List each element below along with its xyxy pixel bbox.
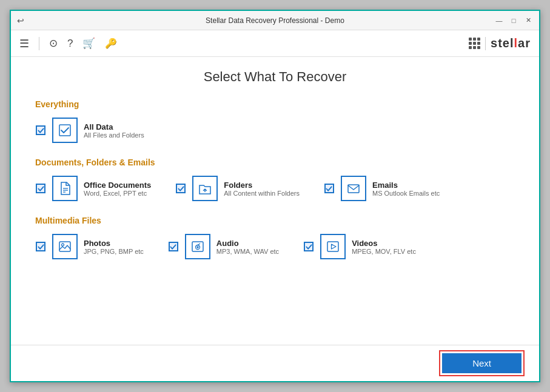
brand-logo: stellar (491, 36, 531, 50)
checkbox-videos[interactable] (303, 241, 314, 252)
toolbar-right: stellar (469, 36, 531, 50)
videos-text: Videos MPEG, MOV, FLV etc (352, 239, 416, 255)
undo-icon: ↩ (17, 16, 24, 25)
section-multimedia: Multimedia Files (35, 216, 515, 259)
section-multimedia-items: Photos JPG, PNG, BMP etc (35, 234, 515, 259)
maximize-button[interactable]: □ (509, 16, 518, 25)
section-title-everything: Everything (35, 99, 515, 109)
emails-label: Emails (372, 181, 440, 190)
videos-sub: MPEG, MOV, FLV etc (352, 248, 416, 255)
window-controls: — □ ✕ (494, 16, 533, 25)
item-photos[interactable]: Photos JPG, PNG, BMP etc (35, 234, 144, 259)
audio-text: Audio MP3, WMA, WAV etc (216, 239, 279, 255)
checkbox-audio[interactable] (168, 241, 179, 252)
emails-icon (341, 176, 366, 201)
section-title-multimedia: Multimedia Files (35, 216, 515, 225)
titlebar: ↩ Stellar Data Recovery Professional - D… (11, 11, 539, 30)
content-area: Select What To Recover Everything (11, 57, 539, 345)
svg-point-7 (62, 244, 64, 246)
item-videos[interactable]: Videos MPEG, MOV, FLV etc (303, 234, 416, 259)
videos-label: Videos (352, 239, 416, 248)
all-data-icon (52, 118, 78, 143)
all-data-text: All Data All Files and Folders (84, 122, 144, 139)
checkbox-folders[interactable] (175, 183, 186, 194)
svg-rect-5 (348, 185, 359, 193)
item-emails[interactable]: Emails MS Outlook Emails etc (324, 176, 440, 201)
checkbox-photos[interactable] (35, 241, 46, 252)
videos-icon (320, 234, 346, 259)
folders-icon (192, 176, 218, 201)
toolbar: ☰ ⊙ ? 🛒 🔑 stellar (11, 30, 539, 57)
folders-label: Folders (224, 181, 300, 190)
toolbar-divider-1 (39, 37, 39, 50)
emails-text: Emails MS Outlook Emails etc (372, 181, 440, 197)
emails-sub: MS Outlook Emails etc (372, 190, 440, 197)
next-button-wrap: Next (439, 350, 525, 376)
checkbox-office-documents[interactable] (35, 183, 46, 194)
app-window: ↩ Stellar Data Recovery Professional - D… (10, 10, 540, 382)
item-audio[interactable]: Audio MP3, WMA, WAV etc (168, 234, 279, 259)
svg-marker-13 (332, 244, 337, 249)
section-everything: Everything (35, 99, 515, 143)
item-all-data[interactable]: All Data All Files and Folders (35, 118, 144, 143)
cart-icon[interactable]: 🛒 (82, 37, 95, 50)
office-documents-sub: Word, Excel, PPT etc (84, 190, 151, 197)
office-documents-icon (52, 176, 78, 201)
help-icon[interactable]: ? (67, 38, 73, 50)
history-icon[interactable]: ⊙ (49, 37, 58, 50)
grid-icon[interactable] (469, 38, 480, 49)
page-title: Select What To Recover (35, 69, 515, 85)
title-text: Stellar Data Recovery Professional - Dem… (206, 16, 344, 25)
close-button[interactable]: ✕ (523, 16, 533, 25)
photos-text: Photos JPG, PNG, BMP etc (84, 239, 144, 255)
section-everything-items: All Data All Files and Folders (35, 118, 515, 143)
item-office-documents[interactable]: Office Documents Word, Excel, PPT etc (35, 176, 151, 201)
section-documents: Documents, Folders & Emails (35, 158, 515, 201)
next-button[interactable]: Next (442, 353, 521, 373)
folders-sub: All Content within Folders (224, 190, 300, 197)
photos-icon (52, 234, 78, 259)
folders-text: Folders All Content within Folders (224, 181, 300, 197)
checkbox-emails[interactable] (324, 183, 335, 194)
toolbar-divider-2 (485, 37, 486, 50)
svg-rect-12 (327, 242, 338, 251)
svg-line-11 (198, 244, 200, 245)
office-documents-label: Office Documents (84, 181, 151, 190)
section-title-documents: Documents, Folders & Emails (35, 158, 515, 167)
office-documents-text: Office Documents Word, Excel, PPT etc (84, 181, 151, 197)
photos-label: Photos (84, 239, 144, 248)
checkbox-all-data[interactable] (35, 125, 46, 136)
footer: Next (11, 345, 539, 381)
all-data-sub: All Files and Folders (84, 131, 144, 139)
hamburger-icon[interactable]: ☰ (19, 37, 29, 50)
section-documents-items: Office Documents Word, Excel, PPT etc (35, 176, 515, 201)
minimize-button[interactable]: — (494, 16, 504, 25)
audio-sub: MP3, WMA, WAV etc (216, 248, 279, 255)
window-title: Stellar Data Recovery Professional - Dem… (206, 16, 344, 25)
all-data-label: All Data (84, 122, 144, 131)
audio-label: Audio (216, 239, 279, 248)
svg-point-10 (197, 247, 198, 248)
key-icon[interactable]: 🔑 (105, 38, 117, 49)
item-folders[interactable]: Folders All Content within Folders (175, 176, 300, 201)
photos-sub: JPG, PNG, BMP etc (84, 248, 144, 255)
audio-icon (185, 234, 210, 259)
